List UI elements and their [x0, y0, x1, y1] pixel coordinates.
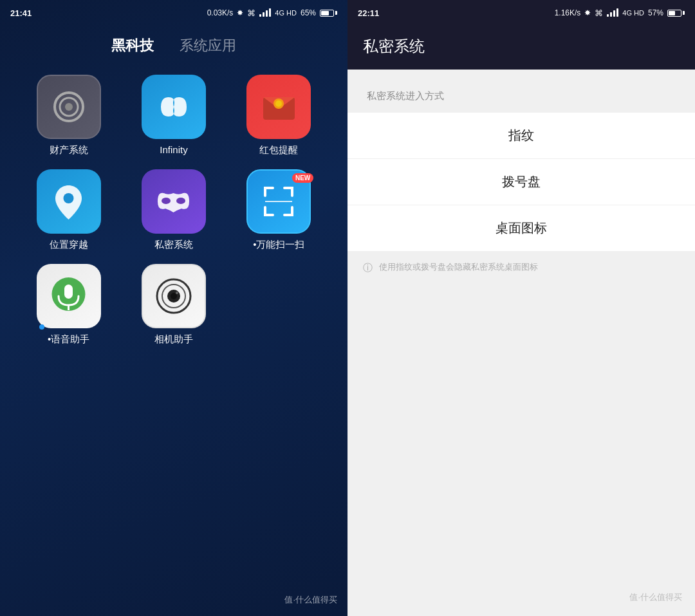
right-speed: 1.16K/s	[555, 8, 581, 17]
settings-group: 指纹 拨号盘 桌面图标	[348, 113, 695, 251]
hint-text: 使用指纹或拨号盘会隐藏私密系统桌面图标	[379, 261, 538, 273]
section-label: 私密系统进入方式	[348, 70, 695, 113]
right-status-bar: 22:11 1.16K/s ✸ ⌘ 4G HD 57%	[348, 0, 695, 26]
dot-badge-yuyin	[39, 324, 44, 330]
bluetooth-icon: ✸	[237, 8, 243, 17]
svg-point-18	[176, 292, 178, 294]
waneng-label: •万能扫一扫	[253, 239, 304, 251]
tab-heike[interactable]: 黑科技	[111, 36, 154, 55]
right-content: 私密系统进入方式 指纹 拨号盘 桌面图标 ⓘ 使用指纹或拨号盘会隐藏私密系统桌面…	[348, 70, 695, 616]
battery-icon-left	[320, 10, 337, 17]
menu-item-desktop-icon[interactable]: 桌面图标	[348, 205, 695, 251]
right-status-icons: 1.16K/s ✸ ⌘ 4G HD 57%	[555, 8, 685, 18]
app-hongbao[interactable]: 红包提醒	[230, 75, 328, 156]
app-caichan[interactable]: 财产系统	[19, 75, 118, 156]
left-speed: 0.03K/s	[207, 8, 234, 17]
right-watermark-text: 值·什么值得买	[629, 592, 682, 602]
hongbao-label: 红包提醒	[259, 144, 298, 156]
right-bluetooth-icon: ✸	[584, 8, 591, 17]
yuyin-label: •语音助手	[48, 333, 89, 346]
wifi-icon: ⌘	[247, 8, 255, 18]
right-time: 22:11	[358, 8, 379, 18]
infinity-icon	[142, 75, 206, 139]
battery-pct-right: 57%	[648, 8, 663, 17]
svg-point-8	[162, 198, 171, 204]
app-xiangji[interactable]: 相机助手	[124, 264, 223, 346]
svg-point-6	[275, 100, 282, 107]
svg-rect-12	[64, 285, 73, 299]
svg-point-15	[162, 285, 185, 308]
weizhi-label: 位置穿越	[50, 239, 88, 251]
caichan-icon	[37, 75, 101, 139]
right-page-title: 私密系统	[363, 37, 425, 55]
tab-bar: 黑科技 系统应用	[0, 26, 348, 68]
left-status-bar: 21:41 0.03K/s ✸ ⌘ 4G HD 65%	[0, 0, 348, 26]
xiangji-icon	[142, 264, 206, 328]
xiangji-label: 相机助手	[154, 333, 193, 346]
infinity-label: Infinity	[160, 144, 187, 155]
svg-point-0	[55, 93, 83, 121]
weizhi-icon	[37, 169, 101, 234]
hongbao-icon	[246, 75, 311, 139]
app-grid: 财产系统 Infinity	[0, 68, 348, 346]
svg-point-16	[167, 290, 180, 303]
right-header: 私密系统	[348, 26, 695, 70]
svg-rect-3	[263, 97, 295, 120]
svg-point-2	[65, 103, 73, 111]
left-status-icons: 0.03K/s ✸ ⌘ 4G HD 65%	[207, 8, 337, 18]
right-wifi-icon: ⌘	[595, 8, 603, 18]
left-watermark: 值·什么值得买	[284, 594, 337, 606]
app-waneng[interactable]: NEW •万能扫一扫	[230, 169, 328, 251]
svg-point-7	[64, 193, 74, 203]
right-signal-icon	[607, 9, 618, 17]
yuyin-icon	[37, 264, 101, 328]
new-badge: NEW	[292, 173, 313, 183]
battery-pct-left: 65%	[301, 8, 316, 17]
svg-point-1	[60, 98, 78, 116]
svg-marker-4	[263, 97, 295, 109]
info-icon: ⓘ	[363, 262, 373, 274]
caichan-label: 财产系统	[50, 144, 88, 156]
svg-point-5	[273, 98, 284, 109]
right-network-label: 4G HD	[622, 9, 644, 17]
app-mimi[interactable]: 私密系统	[124, 169, 223, 251]
menu-item-fingerprint[interactable]: 指纹	[348, 113, 695, 159]
app-infinity[interactable]: Infinity	[124, 75, 223, 156]
app-weizhi[interactable]: 位置穿越	[19, 169, 118, 251]
mimi-icon	[142, 169, 206, 234]
left-time: 21:41	[10, 8, 32, 18]
svg-point-17	[171, 293, 177, 299]
right-watermark: 值·什么值得买	[348, 579, 695, 616]
signal-icon	[259, 9, 271, 17]
svg-point-9	[176, 198, 185, 204]
network-label: 4G HD	[275, 9, 297, 17]
tab-xitong[interactable]: 系统应用	[180, 36, 236, 55]
svg-point-11	[52, 277, 86, 311]
left-phone-panel: 21:41 0.03K/s ✸ ⌘ 4G HD 65% 黑科技 系统应用	[0, 0, 348, 616]
settings-hint: ⓘ 使用指纹或拨号盘会隐藏私密系统桌面图标	[348, 251, 695, 285]
app-yuyin[interactable]: •语音助手	[19, 264, 118, 346]
menu-item-dialpad[interactable]: 拨号盘	[348, 159, 695, 205]
settings-body: 私密系统进入方式 指纹 拨号盘 桌面图标 ⓘ 使用指纹或拨号盘会隐藏私密系统桌面…	[348, 70, 695, 579]
svg-point-14	[157, 279, 190, 313]
right-phone-panel: 22:11 1.16K/s ✸ ⌘ 4G HD 57% 私密系统 私密系统进入	[348, 0, 695, 616]
mimi-label: 私密系统	[154, 239, 193, 251]
battery-icon-right	[667, 10, 685, 17]
